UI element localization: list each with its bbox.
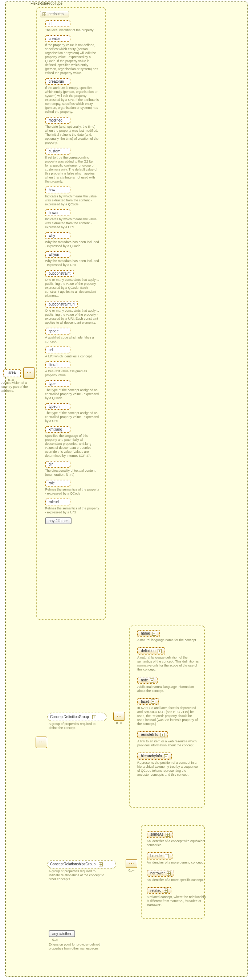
detail-label: hierarchyInfo bbox=[141, 754, 162, 758]
detail-label: related bbox=[150, 889, 161, 892]
attribute-desc: One or many constraints that apply to pu… bbox=[45, 309, 99, 325]
attribute-item: typeuriThe type of the concept assigned … bbox=[45, 403, 103, 423]
any-other-box[interactable]: any ##other bbox=[45, 517, 72, 524]
expand-icon[interactable] bbox=[152, 632, 156, 636]
cdg-sequence: ⋯ 0..∞ bbox=[113, 712, 125, 725]
crg-sequence: ⋯ 0..∞ bbox=[126, 859, 137, 872]
detail-item: relatedA related concept, where the rela… bbox=[147, 887, 240, 907]
attribute-name[interactable]: creatoruri bbox=[45, 78, 70, 85]
attribute-item: howIndicates by which means the value wa… bbox=[45, 186, 103, 207]
expand-icon[interactable] bbox=[161, 733, 164, 737]
attribute-desc: Why the metadata has been included - exp… bbox=[45, 259, 99, 267]
attribute-name[interactable]: type bbox=[45, 380, 70, 387]
attribute-item: creatoruriIf the attribute is empty, spe… bbox=[45, 78, 103, 114]
attribute-desc: Why the metadata has been included - exp… bbox=[45, 240, 99, 248]
detail-item: narrowerAn identifier of a more specific… bbox=[147, 870, 240, 882]
area-box[interactable]: area bbox=[3, 369, 21, 377]
attribute-item: modifiedThe date (and, optionally, the t… bbox=[45, 117, 103, 145]
detail-definition[interactable]: definition bbox=[137, 647, 165, 655]
attribute-name[interactable]: xml:lang bbox=[45, 426, 70, 433]
detail-name[interactable]: name bbox=[137, 630, 160, 637]
attribute-name[interactable]: howuri bbox=[45, 209, 70, 216]
attribute-name[interactable]: creator bbox=[45, 35, 70, 42]
detail-item: broaderAn identifier of a more generic c… bbox=[147, 852, 240, 865]
expand-icon[interactable] bbox=[92, 715, 96, 719]
detail-facet[interactable]: facet bbox=[137, 698, 159, 705]
attribute-item: uriA URI which identifies a concept. bbox=[45, 347, 103, 358]
attribute-name[interactable]: dir bbox=[45, 461, 70, 468]
detail-desc: In NAR 1.8 and later, facet is deprecate… bbox=[137, 706, 199, 726]
attribute-item: whyWhy the metadata has been included - … bbox=[45, 232, 103, 248]
expand-icon[interactable] bbox=[151, 700, 155, 703]
expand-icon[interactable] bbox=[165, 854, 169, 858]
attribute-name[interactable]: pubconstraint bbox=[45, 270, 74, 277]
expand-icon[interactable] bbox=[164, 754, 168, 758]
expand-icon[interactable] bbox=[150, 678, 154, 682]
attribute-name[interactable]: literal bbox=[45, 361, 70, 368]
attribute-desc: A qualified code which identifies a conc… bbox=[45, 336, 99, 344]
attributes-panel: attributes idThe local identifier of the… bbox=[36, 7, 106, 620]
detail-item: noteAdditional natural language informat… bbox=[137, 677, 240, 693]
expand-icon[interactable] bbox=[43, 12, 46, 16]
concept-definition-group-label: ConceptDefinitionGroup bbox=[50, 715, 89, 719]
detail-narrower[interactable]: narrower bbox=[147, 870, 174, 877]
attribute-name[interactable]: why bbox=[45, 232, 70, 239]
detail-desc: A link to an item or a web resource whic… bbox=[137, 740, 199, 748]
attribute-name[interactable]: role bbox=[45, 480, 70, 487]
attribute-item: whyuriWhy the metadata has been included… bbox=[45, 251, 103, 267]
detail-related[interactable]: related bbox=[147, 887, 171, 894]
attribute-name[interactable]: uri bbox=[45, 347, 70, 353]
attribute-name[interactable]: custom bbox=[45, 148, 70, 154]
attribute-desc: The directionality of textual content (e… bbox=[45, 469, 99, 477]
sequence-icon: ⋯ bbox=[113, 712, 125, 721]
detail-hierarchyInfo[interactable]: hierarchyInfo bbox=[137, 752, 172, 760]
attribute-desc: The type of the concept assigned as cont… bbox=[45, 411, 99, 423]
detail-remoteInfo[interactable]: remoteInfo bbox=[137, 731, 168, 738]
detail-item: facetIn NAR 1.8 and later, facet is depr… bbox=[137, 698, 240, 726]
expand-icon[interactable] bbox=[99, 862, 103, 866]
attribute-name[interactable]: pubconstrainturi bbox=[45, 301, 78, 308]
attribute-name[interactable]: modified bbox=[45, 117, 70, 124]
detail-desc: An identifier of a more generic concept. bbox=[147, 861, 209, 865]
expand-icon[interactable] bbox=[164, 889, 168, 892]
sequence-icon: ⋯ bbox=[126, 859, 137, 868]
expand-icon[interactable] bbox=[158, 649, 161, 653]
detail-item: nameA natural language name for the conc… bbox=[137, 630, 240, 642]
attribute-desc: Indicates by which means the value was e… bbox=[45, 194, 99, 207]
area-desc: A subdivision of a country part of the a… bbox=[2, 381, 34, 393]
attributes-header[interactable]: attributes bbox=[40, 11, 69, 18]
detail-note[interactable]: note bbox=[137, 677, 158, 684]
attribute-name[interactable]: roleuri bbox=[45, 498, 70, 506]
attribute-desc: If set to true the corresponding propert… bbox=[45, 156, 99, 184]
detail-broader[interactable]: broader bbox=[147, 852, 172, 859]
detail-desc: A natural language name for the concept. bbox=[137, 638, 199, 642]
attribute-item: roleRefines the semantics of the propert… bbox=[45, 480, 103, 496]
attribute-item: howuriIndicates by which means the value… bbox=[45, 209, 103, 229]
detail-label: remoteInfo bbox=[141, 733, 158, 737]
attribute-desc: One or many constraints that apply to pu… bbox=[45, 278, 99, 298]
detail-desc: Represents the position of a concept in … bbox=[137, 761, 199, 777]
detail-label: definition bbox=[141, 649, 155, 653]
detail-label: note bbox=[141, 678, 148, 682]
detail-sameAs[interactable]: sameAs bbox=[147, 831, 173, 838]
any-other-box[interactable]: any ##other bbox=[49, 930, 75, 937]
attribute-desc: The type of the concept assigned as cont… bbox=[45, 388, 99, 400]
attribute-name[interactable]: id bbox=[45, 20, 70, 27]
attribute-name[interactable]: qcode bbox=[45, 328, 70, 334]
concept-relationships-group[interactable]: ConceptRelationshipsGroup bbox=[47, 860, 116, 869]
attribute-desc: A URI which identifies a concept. bbox=[45, 355, 99, 358]
attribute-desc: The local identifier of the property. bbox=[45, 28, 99, 32]
expand-icon[interactable] bbox=[166, 833, 169, 837]
attribute-desc: The date (and, optionally, the time) whe… bbox=[45, 125, 99, 145]
attribute-item: creatorIf the property value is not defi… bbox=[45, 35, 103, 75]
detail-item: sameAsAn identifier of a concept with eq… bbox=[147, 831, 240, 847]
attribute-name[interactable]: typeuri bbox=[45, 403, 70, 410]
detail-item: hierarchyInfoRepresents the position of … bbox=[137, 752, 240, 777]
detail-desc: An identifier of a concept with equivale… bbox=[147, 839, 209, 847]
detail-label: sameAs bbox=[150, 832, 163, 836]
concept-definition-group[interactable]: ConceptDefinitionGroup bbox=[47, 713, 107, 721]
attribute-name[interactable]: whyuri bbox=[45, 251, 70, 258]
attribute-name[interactable]: how bbox=[45, 186, 70, 193]
expand-icon[interactable] bbox=[167, 872, 171, 875]
lower-sequence-icon: ⋯ bbox=[35, 737, 47, 748]
